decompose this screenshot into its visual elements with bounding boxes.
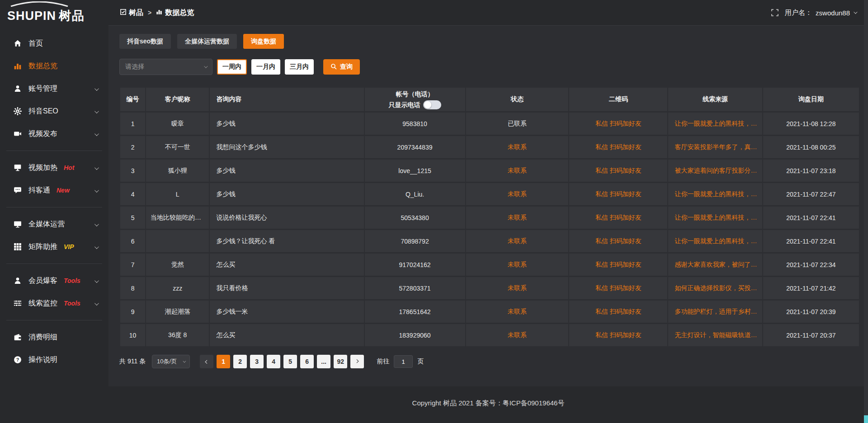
page-button-5[interactable]: 5 [283,355,297,368]
page-button-6[interactable]: 6 [300,355,314,368]
cell-source-link[interactable]: 让你一眼就爱上的黑科技，能... [668,113,762,135]
content: 抖音seo数据全媒体运营数据询盘数据 请选择 一周内一月内三月内 查询 [108,26,868,386]
sidebar-item-grid[interactable]: 矩阵助推VIP [0,235,108,258]
cell-content: 多少钱一米 [210,301,363,323]
sidebar-item-video-camera[interactable]: 视频发布 [0,122,108,145]
cell-source-link[interactable]: 让你一眼就爱上的黑科技，能... [668,207,762,229]
cell-source-link[interactable]: 被大家追着问的客厅投影分享... [668,160,762,182]
scrollbar-thumb[interactable] [864,415,868,423]
cell-id: 6 [120,230,145,252]
cell-content: 怎么买 [210,254,363,276]
page-button-92[interactable]: 92 [334,355,347,368]
cell-source-link[interactable]: 如何正确选择投影仪，买投影... [668,277,762,299]
cell-source-link[interactable]: 无主灯设计，智能磁吸轨道灯... [668,324,762,346]
cell-source-link[interactable]: 客厅安装投影半年多了，真实... [668,136,762,158]
data-tabs: 抖音seo数据全媒体运营数据询盘数据 [119,34,860,49]
cell-qrcode-link[interactable]: 私信 扫码加好友 [569,277,667,299]
cell-status: 未联系 [466,230,569,252]
next-page-button[interactable] [350,355,364,368]
cell-qrcode-link[interactable]: 私信 扫码加好友 [569,324,667,346]
breadcrumb-root[interactable]: 树品 [120,8,143,18]
sidebar-item-monitor[interactable]: 全媒体运营 [0,213,108,235]
table-row: 1036度 8怎么买183929060未联系私信 扫码加好友无主灯设计，智能磁吸… [120,324,859,346]
goto-label: 前往 [377,357,389,366]
sidebar-item-home[interactable]: 首页 [0,32,108,55]
chevron-down-icon [94,107,98,115]
cell-nickname: 潮起潮落 [146,301,209,323]
cell-qrcode-link[interactable]: 私信 扫码加好友 [569,230,667,252]
user-icon [14,85,22,93]
tab-1[interactable]: 全媒体运营数据 [177,34,237,49]
sidebar-item-bar-chart[interactable]: 数据总览 [0,55,108,77]
sidebar-item-sliders[interactable]: 线索监控Tools [0,292,108,315]
chevron-down-icon [94,130,98,138]
range-button-1[interactable]: 一月内 [251,59,280,75]
sidebar-divider [6,207,102,207]
filter-select-placeholder: 请选择 [125,63,144,71]
fullscreen-icon[interactable] [771,9,778,16]
person-icon [14,277,22,285]
page-button-3[interactable]: 3 [250,355,264,368]
cell-source-link[interactable]: 感谢大家喜欢我家，被问了好... [668,254,762,276]
goto-page-input[interactable]: 1 [394,355,413,368]
table-row: 3狐小狸多少钱love__1215未联系私信 扫码加好友被大家追着问的客厅投影分… [120,160,859,182]
col-status: 状态 [466,88,569,111]
cell-nickname: 觉然 [146,254,209,276]
cell-qrcode-link[interactable]: 私信 扫码加好友 [569,160,667,182]
cell-content: 我只看价格 [210,277,363,299]
range-button-2[interactable]: 三月内 [285,59,314,75]
col-account: 帐号（电话） 只显示电话 [365,88,465,111]
page-size-select[interactable]: 10条/页 [152,355,190,368]
cell-qrcode-link[interactable]: 私信 扫码加好友 [569,113,667,135]
page-ellipsis-button[interactable]: ... [317,355,330,368]
page-button-1[interactable]: 1 [217,355,230,368]
cell-qrcode-link[interactable]: 私信 扫码加好友 [569,136,667,158]
sidebar-item-screen[interactable]: 视频加热Hot [0,156,108,179]
sidebar-item-badge: Tools [64,300,80,307]
cell-qrcode-link[interactable]: 私信 扫码加好友 [569,183,667,205]
col-id: 编号 [120,88,145,111]
sidebar-item-label: 会员爆客 [28,276,57,286]
cell-status: 未联系 [466,160,569,182]
sidebar-item-wallet[interactable]: 消费明细 [0,326,108,348]
sidebar-item-badge: Hot [64,164,74,171]
sidebar-item-chat-bubble[interactable]: 抖客通New [0,179,108,202]
sidebar-item-person[interactable]: 会员爆客Tools [0,269,108,292]
sidebar-item-gear[interactable]: 抖音SEO [0,100,108,122]
topbar: 树品 > 数据总览 用户名：zswodun88 [108,0,868,26]
chat-bubble-icon [14,186,22,194]
cell-source-link[interactable]: 让你一眼就爱上的黑科技，能... [668,183,762,205]
page-button-4[interactable]: 4 [267,355,280,368]
grid-icon [14,243,22,251]
cell-qrcode-link[interactable]: 私信 扫码加好友 [569,207,667,229]
inquiry-table: 编号 客户昵称 咨询内容 帐号（电话） 只显示电话 状态 [119,86,860,348]
cell-account: 178651642 [365,301,465,323]
phone-only-toggle[interactable] [423,100,441,109]
tab-2[interactable]: 询盘数据 [243,34,284,49]
app-check-icon [120,9,126,17]
cell-source-link[interactable]: 让你一眼就爱上的黑科技，能... [668,230,762,252]
sidebar: SHUPIN树品 首页数据总览账号管理抖音SEO视频发布视频加热Hot抖客通Ne… [0,0,108,423]
cell-account: 70898792 [365,230,465,252]
filter-select[interactable]: 请选择 [119,59,212,75]
cell-date: 2021-11-07 20:37 [763,324,859,346]
cell-qrcode-link[interactable]: 私信 扫码加好友 [569,301,667,323]
sidebar-item-label: 全媒体运营 [28,220,65,229]
range-button-0[interactable]: 一周内 [217,59,247,75]
username-label: 用户名： [785,9,812,17]
breadcrumb-current[interactable]: 数据总览 [156,8,194,18]
screen-icon [14,164,22,172]
scrollbar[interactable] [864,0,868,423]
prev-page-button[interactable] [200,355,213,368]
tab-0[interactable]: 抖音seo数据 [119,34,171,49]
search-button[interactable]: 查询 [323,59,360,75]
sidebar-item-help-circle[interactable]: ?操作说明 [0,348,108,371]
user-area: 用户名：zswodun88 [771,9,856,17]
inquiry-table-wrap: 编号 客户昵称 咨询内容 帐号（电话） 只显示电话 状态 [119,86,860,348]
cell-content: 多少钱 [210,113,363,135]
cell-source-link[interactable]: 多功能护栏灯，适用于乡村文... [668,301,762,323]
page-button-2[interactable]: 2 [233,355,247,368]
user-dropdown[interactable]: 用户名：zswodun88 [785,9,856,17]
sidebar-item-user[interactable]: 账号管理 [0,77,108,100]
cell-qrcode-link[interactable]: 私信 扫码加好友 [569,254,667,276]
